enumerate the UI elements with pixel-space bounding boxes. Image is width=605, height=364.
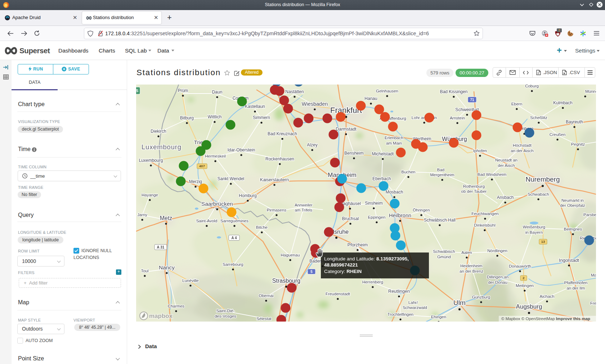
svg-text:A 31: A 31 xyxy=(157,245,165,249)
svg-text:Neustadt an: Neustadt an xyxy=(495,158,517,162)
svg-text:Metz: Metz xyxy=(160,215,172,221)
svg-text:Rothenburg: Rothenburg xyxy=(463,184,485,188)
svg-text:Daun: Daun xyxy=(212,90,223,95)
svg-text:Ulm: Ulm xyxy=(453,299,466,306)
svg-text:Bensheim: Bensheim xyxy=(344,151,363,156)
svg-text:Hayange: Hayange xyxy=(142,193,158,197)
svg-text:Annweiler: Annweiler xyxy=(295,203,313,207)
svg-text:der Donau: der Donau xyxy=(488,280,507,285)
svg-text:Luxembourg: Luxembourg xyxy=(142,143,182,151)
svg-text:Gelnhausen: Gelnhausen xyxy=(376,89,398,93)
svg-text:Trochtelfingen: Trochtelfingen xyxy=(387,312,413,317)
svg-text:Feuchtwangen: Feuchtwangen xyxy=(471,211,498,216)
svg-text:Nördlingen: Nördlingen xyxy=(487,249,507,253)
svg-text:Obernai: Obernai xyxy=(259,294,274,298)
svg-text:Ebern: Ebern xyxy=(511,102,523,106)
svg-text:Arnstein: Arnstein xyxy=(450,116,465,120)
svg-text:Charmes: Charmes xyxy=(168,304,185,308)
svg-text:Beilngries: Beilngries xyxy=(564,227,582,231)
svg-text:Lahr/: Lahr/ xyxy=(408,300,418,305)
svg-text:Haguenau: Haguenau xyxy=(281,253,300,257)
svg-text:des-Vosges: des-Vosges xyxy=(215,314,236,318)
svg-text:Saarbrücken: Saarbrücken xyxy=(201,201,233,207)
svg-text:Erlenbach: Erlenbach xyxy=(385,136,403,140)
svg-text:Wittlich: Wittlich xyxy=(208,114,222,119)
svg-text:Luxembourg: Luxembourg xyxy=(139,158,163,163)
svg-text:Aalen: Aalen xyxy=(461,250,472,255)
svg-text:Pirmasens: Pirmasens xyxy=(267,208,287,212)
svg-text:13: 13 xyxy=(541,240,545,244)
svg-text:Mergentheim: Mergentheim xyxy=(430,173,454,177)
svg-text:Darmstadt: Darmstadt xyxy=(336,127,357,132)
svg-text:Michelstadt: Michelstadt xyxy=(372,151,394,156)
svg-text:407: 407 xyxy=(199,164,205,168)
svg-text:Ansbach: Ansbach xyxy=(497,195,514,200)
svg-text:Freudenstadt: Freudenstadt xyxy=(326,292,350,296)
svg-text:Meitingen: Meitingen xyxy=(516,283,534,288)
svg-text:Strasbourg: Strasbourg xyxy=(272,278,300,284)
svg-text:Dinkelsbühl: Dinkelsbühl xyxy=(474,223,495,227)
svg-text:Aichach: Aichach xyxy=(540,294,555,299)
svg-text:Sarreguemines: Sarreguemines xyxy=(220,219,248,223)
svg-text:Simmern: Simmern xyxy=(253,115,270,120)
svg-text:Bitburg: Bitburg xyxy=(180,115,194,120)
svg-text:Pegnitz: Pegnitz xyxy=(571,142,585,146)
svg-text:Mainburg: Mainburg xyxy=(591,273,596,277)
svg-text:an der Aisch: an der Aisch xyxy=(511,149,533,153)
svg-text:Schwabach: Schwabach xyxy=(528,192,549,196)
svg-text:Ehingen: Ehingen xyxy=(431,315,446,319)
svg-text:Schwäbisch: Schwäbisch xyxy=(433,249,455,254)
svg-text:Creußen: Creußen xyxy=(550,132,566,137)
svg-text:Hermeskeil: Hermeskeil xyxy=(205,154,226,158)
svg-text:Reutlingen: Reutlingen xyxy=(388,289,410,294)
svg-text:in Bayern: in Bayern xyxy=(525,230,543,235)
svg-text:Bad: Bad xyxy=(437,168,444,172)
svg-text:Augsburg: Augsburg xyxy=(516,303,542,310)
svg-text:ob der Tauber: ob der Tauber xyxy=(461,189,487,194)
svg-text:Iphofen: Iphofen xyxy=(473,149,487,153)
svg-text:Bayreuth: Bayreuth xyxy=(566,119,583,124)
svg-text:mapbox: mapbox xyxy=(149,313,173,319)
svg-text:Bad Windsheim: Bad Windsheim xyxy=(478,172,507,177)
svg-text:der Aisch: der Aisch xyxy=(498,163,515,168)
svg-text:Wiesbaden: Wiesbaden xyxy=(302,101,328,107)
svg-text:A 4: A 4 xyxy=(231,236,237,240)
svg-text:Sinsheim: Sinsheim xyxy=(365,201,382,206)
svg-text:Nastätten: Nastätten xyxy=(285,89,304,94)
svg-text:Idar-Oberstein: Idar-Oberstein xyxy=(228,147,255,153)
svg-text:Gmünd: Gmünd xyxy=(437,255,451,259)
svg-text:Diekirch: Diekirch xyxy=(151,129,166,134)
svg-text:2: 2 xyxy=(523,276,524,280)
svg-text:5: 5 xyxy=(136,88,138,93)
svg-text:Toul: Toul xyxy=(141,269,148,273)
svg-text:71: 71 xyxy=(470,98,474,102)
svg-text:Weißenburg: Weißenburg xyxy=(523,225,545,229)
svg-text:an der Ilm: an der Ilm xyxy=(566,286,585,290)
svg-text:Höchstadt: Höchstadt xyxy=(513,143,532,147)
svg-text:Münnerstadt: Münnerstadt xyxy=(585,89,596,94)
svg-text:Prüm: Prüm xyxy=(178,88,188,93)
svg-text:Neumarkt in: Neumarkt in xyxy=(561,198,584,203)
svg-text:Günzburg: Günzburg xyxy=(472,295,490,299)
svg-text:Kastellaun: Kastellaun xyxy=(245,104,265,109)
svg-text:Öhringen: Öhringen xyxy=(413,208,430,212)
svg-text:Rockenhausen: Rockenhausen xyxy=(265,156,294,161)
svg-text:Sarrebourg: Sarrebourg xyxy=(223,262,243,267)
svg-text:Nancy: Nancy xyxy=(159,264,175,270)
svg-text:am Main: am Main xyxy=(386,141,402,145)
svg-text:Saint-Dié-: Saint-Dié- xyxy=(216,309,234,313)
svg-text:am Trifels: am Trifels xyxy=(295,208,313,212)
svg-text:Scheßlitz: Scheßlitz xyxy=(530,115,547,120)
svg-text:Ingolstadt: Ingolstadt xyxy=(559,258,579,263)
svg-text:an der Brenz: an der Brenz xyxy=(460,269,483,273)
svg-text:Heilbronn: Heilbronn xyxy=(389,213,411,218)
svg-text:Sankt Wendel: Sankt Wendel xyxy=(218,176,245,181)
svg-text:Heidenheim: Heidenheim xyxy=(460,264,482,268)
svg-text:Schwarzwald: Schwarzwald xyxy=(403,305,427,310)
svg-text:Herrenberg: Herrenberg xyxy=(362,280,383,284)
svg-text:Buchen: Buchen xyxy=(401,170,415,174)
svg-text:Eppingen: Eppingen xyxy=(368,215,386,219)
svg-text:der Oberpfalz: der Oberpfalz xyxy=(560,203,585,208)
svg-text:Mosbach: Mosbach xyxy=(386,190,403,195)
svg-text:Jarny: Jarny xyxy=(137,213,147,217)
